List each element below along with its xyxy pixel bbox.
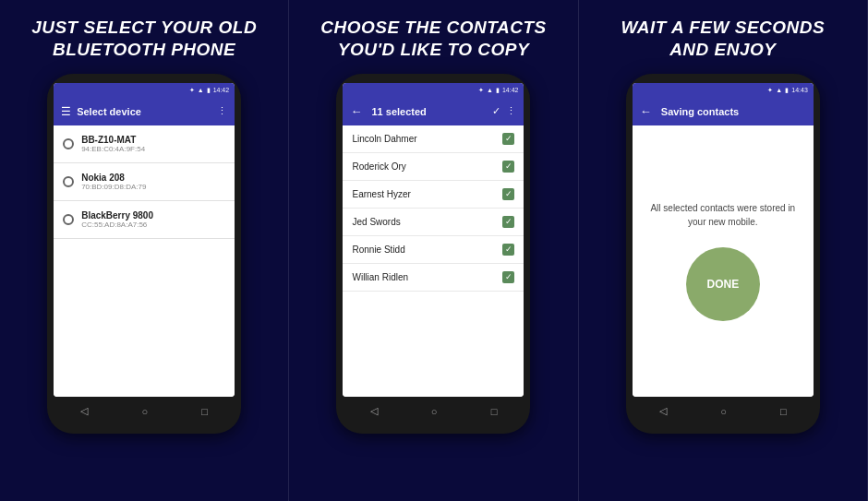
device-mac-2: 70:BD:09:D8:DA:79: [81, 183, 146, 191]
phone-1: ✦ ▲ ▮ 14:42 ☰ Select device ⋮ BB-Z10-MAT: [47, 74, 241, 434]
signal-icon: ▲: [198, 87, 204, 93]
contact-item-1[interactable]: Lincoln Dahmer: [343, 125, 524, 153]
panel-1-title: JUST SELECT YOUR OLDBLUETOOTH PHONE: [31, 17, 257, 61]
contact-item-6[interactable]: Willian Ridlen: [343, 264, 524, 292]
contact-item-4[interactable]: Jed Swords: [343, 209, 524, 236]
recent-button-3[interactable]: □: [780, 406, 787, 417]
recent-button-1[interactable]: □: [201, 406, 208, 417]
home-button-2[interactable]: ○: [431, 406, 438, 417]
app-bar-2: ← 11 selected ✓ ⋮: [343, 98, 524, 125]
phone-2: ✦ ▲ ▮ 14:42 ← 11 selected ✓ ⋮ Lincoln Da…: [336, 74, 530, 434]
check-all-icon[interactable]: ✓: [492, 105, 500, 117]
device-item-1[interactable]: BB-Z10-MAT 94:EB:C0:4A:9F:54: [54, 125, 235, 163]
status-bar-2-text: ✦ ▲ ▮ 14:42: [478, 87, 518, 94]
app-bar-1: ☰ Select device ⋮: [54, 98, 235, 125]
app-bar-2-title: 11 selected: [371, 106, 487, 117]
device-item-3[interactable]: BlackBerry 9800 CC:55:AD:8A:A7:56: [54, 201, 235, 239]
done-screen: All selected contacts were stored in you…: [633, 125, 814, 397]
time-1: 14:42: [213, 87, 230, 93]
radio-3[interactable]: [63, 214, 74, 225]
phone-1-nav: ◁ ○ □: [54, 400, 235, 423]
signal-icon-3: ▲: [776, 87, 782, 93]
contact-name-6: Willian Ridlen: [352, 272, 408, 282]
more-icon-1[interactable]: ⋮: [217, 105, 227, 117]
signal-icon-2: ▲: [487, 87, 493, 93]
home-button-1[interactable]: ○: [141, 406, 148, 417]
contact-check-2[interactable]: [502, 161, 514, 173]
phone-3-screen: ✦ ▲ ▮ 14:43 ← Saving contacts All select…: [633, 83, 814, 397]
time-2: 14:42: [502, 87, 519, 93]
device-item-2[interactable]: Nokia 208 70:BD:09:D8:DA:79: [54, 163, 235, 201]
status-bar-3-text: ✦ ▲ ▮ 14:43: [767, 87, 807, 94]
contact-check-6[interactable]: [502, 271, 514, 283]
panel-2-title: CHOOSE THE CONTACTSYOU'D LIKE TO COPY: [320, 17, 547, 61]
phone-2-nav: ◁ ○ □: [343, 400, 524, 423]
app-bar-3: ← Saving contacts: [633, 98, 814, 125]
panel-3-title: WAIT A FEW SECONDSAND ENJOY: [621, 17, 825, 61]
contact-name-5: Ronnie Stidd: [352, 245, 404, 255]
radio-1[interactable]: [63, 138, 74, 149]
done-button[interactable]: DONE: [686, 247, 760, 321]
phone-2-screen: ✦ ▲ ▮ 14:42 ← 11 selected ✓ ⋮ Lincoln Da…: [343, 83, 524, 397]
battery-icon-2: ▮: [496, 87, 500, 94]
back-icon-3[interactable]: ←: [640, 104, 652, 118]
phone-3: ✦ ▲ ▮ 14:43 ← Saving contacts All select…: [626, 74, 820, 434]
bluetooth-icon-3: ✦: [767, 87, 773, 94]
device-info-3: BlackBerry 9800 CC:55:AD:8A:A7:56: [81, 210, 153, 229]
back-button-1[interactable]: ◁: [80, 405, 88, 417]
contact-name-4: Jed Swords: [352, 217, 400, 227]
contact-check-3[interactable]: [502, 188, 514, 200]
contact-item-3[interactable]: Earnest Hyzer: [343, 181, 524, 209]
contact-check-4[interactable]: [502, 216, 514, 228]
radio-2[interactable]: [63, 176, 74, 187]
status-bar-2: ✦ ▲ ▮ 14:42: [343, 83, 524, 98]
contact-name-1: Lincoln Dahmer: [352, 134, 416, 144]
phone-3-nav: ◁ ○ □: [633, 400, 814, 423]
contact-item-5[interactable]: Ronnie Stidd: [343, 236, 524, 264]
home-button-3[interactable]: ○: [720, 406, 727, 417]
panel-2: CHOOSE THE CONTACTSYOU'D LIKE TO COPY ✦ …: [289, 0, 578, 501]
device-info-2: Nokia 208 70:BD:09:D8:DA:79: [81, 173, 146, 191]
bluetooth-icon-2: ✦: [478, 87, 484, 94]
device-info-1: BB-Z10-MAT 94:EB:C0:4A:9F:54: [81, 135, 145, 153]
device-mac-1: 94:EB:C0:4A:9F:54: [81, 145, 145, 153]
app-bar-3-title: Saving contacts: [661, 106, 806, 117]
back-button-3[interactable]: ◁: [659, 405, 667, 417]
contact-item-2[interactable]: Roderick Ory: [343, 153, 524, 181]
back-button-2[interactable]: ◁: [370, 405, 378, 417]
device-name-1: BB-Z10-MAT: [81, 135, 145, 145]
app-bar-1-title: Select device: [77, 106, 211, 117]
contact-check-1[interactable]: [502, 133, 514, 145]
status-bar-3: ✦ ▲ ▮ 14:43: [633, 83, 814, 98]
battery-icon: ▮: [207, 87, 211, 94]
contact-name-2: Roderick Ory: [352, 161, 405, 172]
menu-icon[interactable]: ☰: [61, 105, 71, 118]
device-name-2: Nokia 208: [81, 173, 146, 183]
status-bar-1-text: ✦ ▲ ▮ 14:42: [189, 87, 229, 94]
bluetooth-icon: ✦: [189, 87, 195, 94]
device-mac-3: CC:55:AD:8A:A7:56: [81, 221, 153, 229]
battery-icon-3: ▮: [785, 87, 789, 94]
recent-button-2[interactable]: □: [491, 406, 498, 417]
more-icon-2[interactable]: ⋮: [506, 105, 516, 117]
contact-name-3: Earnest Hyzer: [352, 189, 410, 199]
contact-list: Lincoln Dahmer Roderick Ory Earnest Hyze…: [343, 125, 524, 397]
time-3: 14:43: [791, 87, 808, 93]
panel-3: WAIT A FEW SECONDSAND ENJOY ✦ ▲ ▮ 14:43 …: [579, 0, 868, 501]
back-icon-2[interactable]: ←: [350, 104, 362, 118]
phone-1-screen: ✦ ▲ ▮ 14:42 ☰ Select device ⋮ BB-Z10-MAT: [54, 83, 235, 397]
device-name-3: BlackBerry 9800: [81, 210, 153, 221]
done-message: All selected contacts were stored in you…: [646, 201, 800, 229]
panel-1: JUST SELECT YOUR OLDBLUETOOTH PHONE ✦ ▲ …: [0, 0, 289, 501]
status-bar-1: ✦ ▲ ▮ 14:42: [54, 83, 235, 98]
device-list: BB-Z10-MAT 94:EB:C0:4A:9F:54 Nokia 208 7…: [54, 125, 235, 397]
contact-check-5[interactable]: [502, 244, 514, 256]
